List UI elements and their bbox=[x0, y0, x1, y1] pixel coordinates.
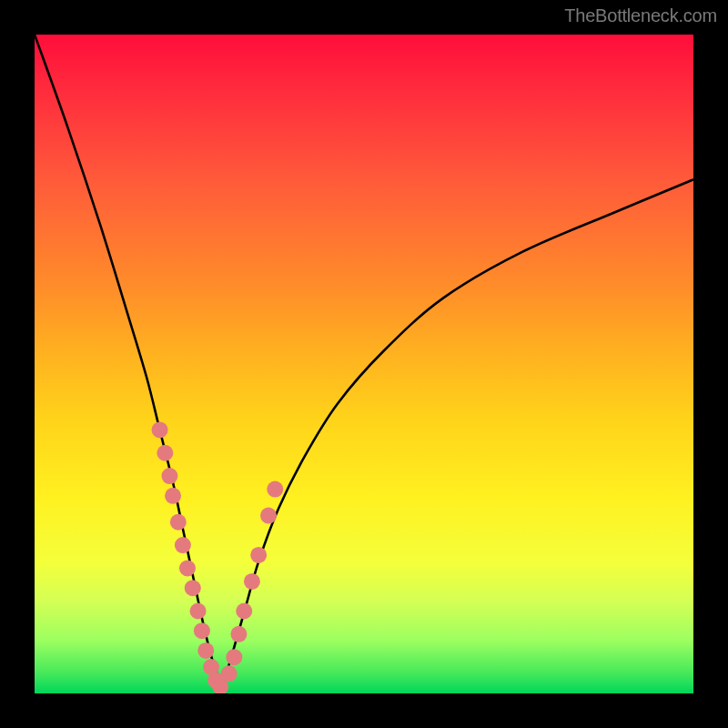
scatter-right bbox=[221, 481, 284, 682]
data-point bbox=[221, 665, 238, 682]
curve-overlay bbox=[35, 35, 693, 693]
data-point bbox=[236, 603, 252, 620]
data-point bbox=[194, 622, 210, 639]
data-point bbox=[260, 508, 277, 524]
data-point bbox=[157, 445, 173, 461]
gradient-plot-area bbox=[35, 35, 693, 693]
v-curve-right-arm bbox=[222, 179, 693, 686]
data-point bbox=[267, 481, 283, 498]
watermark-text: TheBottleneck.com bbox=[564, 5, 717, 26]
data-point bbox=[165, 488, 181, 504]
data-point bbox=[190, 603, 207, 620]
data-point bbox=[230, 626, 247, 642]
data-point bbox=[152, 421, 168, 438]
data-point bbox=[161, 468, 177, 484]
chart-frame: TheBottleneck.com bbox=[0, 0, 728, 728]
data-point bbox=[197, 642, 214, 659]
data-point bbox=[185, 580, 201, 596]
data-point bbox=[175, 537, 191, 553]
data-point bbox=[250, 547, 267, 563]
data-point bbox=[179, 560, 196, 576]
data-point bbox=[244, 573, 260, 590]
data-point bbox=[170, 514, 187, 531]
data-point bbox=[226, 649, 242, 665]
